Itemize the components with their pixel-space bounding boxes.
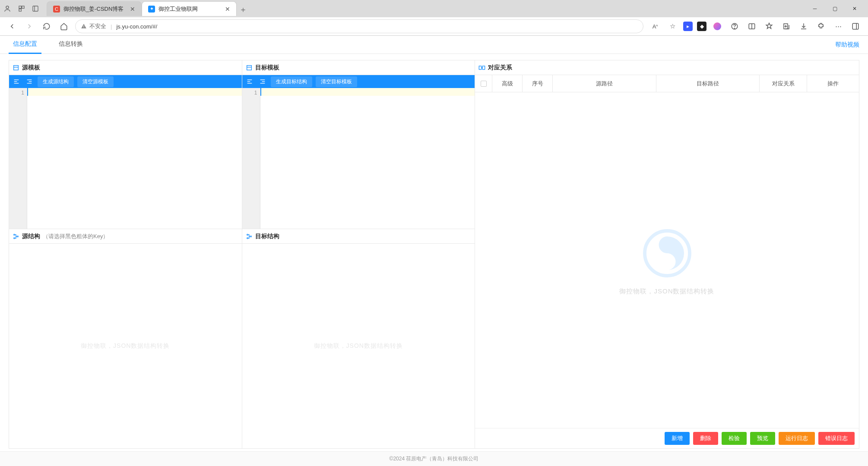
split-icon[interactable]	[745, 20, 758, 33]
preview-button[interactable]: 预览	[750, 432, 775, 445]
add-button[interactable]: 新增	[665, 432, 690, 445]
sidebar-icon[interactable]	[32, 5, 39, 12]
watermark-text: 御控物联，JSON数据结构转换	[619, 287, 714, 296]
tab-yukon[interactable]: ✦ 御控工业物联网 ✕	[142, 1, 237, 16]
toolbar-icons: Aᴺ ☆ ▸ ◆ ⋯	[649, 20, 862, 33]
ext1-icon[interactable]: ▸	[683, 22, 693, 31]
window-controls: ─ ▢ ✕	[805, 2, 865, 16]
col-source-path: 源路径	[553, 75, 656, 92]
refresh-button[interactable]	[41, 20, 53, 32]
svg-rect-17	[14, 65, 19, 70]
indent-right-icon[interactable]	[258, 77, 267, 86]
svg-rect-25	[247, 65, 251, 70]
close-icon[interactable]: ✕	[130, 6, 135, 13]
svg-point-33	[14, 234, 15, 235]
tab-csdn[interactable]: C 御控物联_姜-CSDN博客 ✕	[47, 1, 142, 16]
template-icon	[246, 64, 253, 71]
watermark-logo-icon	[639, 225, 695, 281]
new-tab-button[interactable]: ＋	[237, 3, 250, 16]
profile-icon[interactable]	[3, 5, 11, 13]
nav-tabs: 信息配置 信息转换 帮助视频	[0, 36, 868, 54]
forward-button[interactable]	[23, 20, 35, 32]
source-template-panel: 源模板 生成源结构 清空源模板 1	[9, 60, 242, 229]
svg-rect-2	[22, 6, 24, 8]
delete-button[interactable]: 删除	[693, 432, 718, 445]
panel-title: 目标模板	[255, 64, 279, 72]
panel-title: 源模板	[22, 64, 40, 72]
check-button[interactable]: 检验	[722, 432, 747, 445]
svg-rect-1	[19, 6, 21, 8]
favorite-icon[interactable]: ☆	[666, 20, 679, 33]
source-structure-panel: 源结构 （请选择黑色粗体的Key） 御控物联，JSON数据结构转换	[9, 229, 242, 448]
indent-left-icon[interactable]	[245, 77, 254, 86]
ext3-icon[interactable]	[711, 20, 724, 33]
source-toolbar: 生成源结构 清空源模板	[9, 75, 242, 88]
menu-icon[interactable]: ⋯	[832, 20, 845, 33]
nav-tab-config[interactable]: 信息配置	[9, 36, 41, 54]
collections-icon[interactable]	[780, 20, 793, 33]
col-checkbox[interactable]	[475, 75, 492, 92]
svg-point-37	[247, 237, 248, 239]
template-row: 源模板 生成源结构 清空源模板 1	[9, 60, 475, 229]
tabs: C 御控物联_姜-CSDN博客 ✕ ✦ 御控工业物联网 ✕ ＋	[47, 1, 250, 16]
security-label: 不安全	[89, 22, 106, 30]
url-input[interactable]: 不安全 | js.yu-con.com/#/	[75, 19, 643, 33]
address-bar: 不安全 | js.yu-con.com/#/ Aᴺ ☆ ▸ ◆ ⋯	[0, 17, 868, 35]
svg-point-9	[734, 28, 735, 28]
svg-rect-3	[19, 9, 21, 11]
panel-icon[interactable]	[849, 20, 862, 33]
workarea: 源模板 生成源结构 清空源模板 1	[0, 54, 868, 451]
svg-rect-7	[83, 27, 84, 28]
download-icon[interactable]	[797, 20, 810, 33]
errorlog-button[interactable]: 错误日志	[818, 432, 855, 445]
svg-rect-39	[479, 66, 481, 69]
svg-rect-4	[33, 6, 38, 11]
ext2-icon[interactable]: ◆	[697, 22, 706, 31]
clear-target-button[interactable]: 清空目标模板	[316, 76, 357, 87]
editor-code[interactable]	[260, 88, 475, 229]
indent-left-icon[interactable]	[12, 77, 21, 86]
col-target-path: 目标路径	[656, 75, 760, 92]
close-icon[interactable]: ✕	[225, 6, 230, 13]
tree-icon	[246, 233, 253, 240]
col-index: 序号	[523, 75, 553, 92]
svg-point-42	[664, 242, 670, 248]
relation-column: 对应关系 高级 序号 源路径 目标路径 对应关系 操作 御控物联，JSON数据结…	[475, 60, 859, 449]
watermark-text: 御控物联，JSON数据结构转换	[81, 342, 170, 350]
checkbox-icon[interactable]	[481, 81, 487, 87]
help-video-link[interactable]: 帮助视频	[835, 41, 859, 49]
nav-tab-convert[interactable]: 信息转换	[54, 36, 87, 54]
tab-title: 御控物联_姜-CSDN博客	[63, 5, 127, 13]
left-column: 源模板 生成源结构 清空源模板 1	[9, 60, 475, 449]
editor-code[interactable]	[27, 88, 242, 229]
relation-body: 御控物联，JSON数据结构转换	[475, 92, 859, 428]
footer: ©2024 荏原电产（青岛）科技有限公司	[0, 451, 868, 466]
relation-icon	[478, 64, 485, 71]
minimize-button[interactable]: ─	[805, 2, 825, 16]
back-button[interactable]	[6, 20, 18, 32]
generate-source-button[interactable]: 生成源结构	[38, 76, 74, 87]
favorites-icon[interactable]	[763, 20, 776, 33]
home-button[interactable]	[58, 20, 70, 32]
target-structure-panel: 目标结构 御控物联，JSON数据结构转换	[242, 229, 475, 448]
runlog-button[interactable]: 运行日志	[779, 432, 815, 445]
clear-source-button[interactable]: 清空源模板	[77, 76, 114, 87]
generate-target-button[interactable]: 生成目标结构	[271, 76, 312, 87]
extensions-icon[interactable]	[814, 20, 827, 33]
favicon-icon: ✦	[148, 6, 155, 13]
indent-right-icon[interactable]	[25, 77, 34, 86]
panel-title: 对应关系	[488, 64, 512, 72]
workspace-icon[interactable]	[18, 5, 25, 12]
target-editor[interactable]: 1	[242, 88, 475, 229]
editor-gutter: 1	[9, 88, 27, 229]
text-size-icon[interactable]: Aᴺ	[649, 20, 662, 33]
structure-row: 源结构 （请选择黑色粗体的Key） 御控物联，JSON数据结构转换 目标结构 御…	[9, 229, 475, 448]
svg-rect-15	[852, 23, 858, 29]
ext4-icon[interactable]	[728, 20, 741, 33]
source-editor[interactable]: 1	[9, 88, 242, 229]
close-window-button[interactable]: ✕	[845, 2, 865, 16]
maximize-button[interactable]: ▢	[825, 2, 845, 16]
tree-icon	[13, 233, 19, 240]
watermark-text: 御控物联，JSON数据结构转换	[314, 342, 403, 350]
svg-point-0	[6, 6, 9, 9]
